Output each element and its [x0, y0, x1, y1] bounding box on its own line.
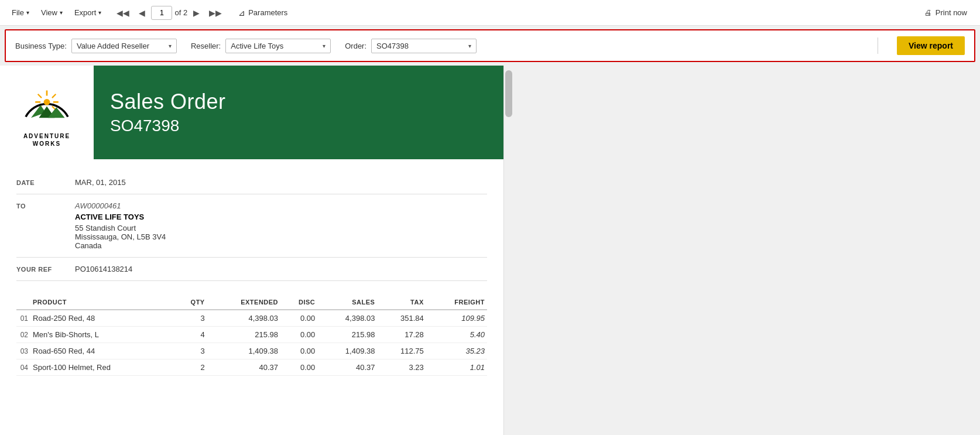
date-section: DATE MAR, 01, 2015: [16, 171, 487, 194]
scroll-thumb[interactable]: [505, 70, 512, 117]
report-header: ADVENTUREWORKS Sales Order SO47398: [0, 66, 503, 159]
business-type-select[interactable]: Value Added Reseller ▾: [71, 39, 177, 53]
business-type-chevron-icon: ▾: [169, 43, 172, 49]
ref-section: YOUR REF PO10614138214: [16, 258, 487, 281]
col-header-freight: FREIGHT: [426, 295, 487, 310]
cell-tax: 3.23: [377, 359, 426, 376]
report-body: DATE MAR, 01, 2015 TO AW00000461 ACTIVE …: [0, 159, 503, 388]
cell-sales: 1,409.38: [317, 343, 377, 359]
content-area: ADVENTUREWORKS Sales Order SO47398 DATE …: [0, 66, 980, 435]
table-row: 01 Road-250 Red, 48 3 4,398.03 0.00 4,39…: [16, 310, 487, 327]
table-header-row: PRODUCT QTY EXTENDED DISC SALES TAX FREI…: [16, 295, 487, 310]
print-icon: 🖨: [924, 8, 932, 17]
reseller-chevron-icon: ▾: [323, 43, 325, 49]
cell-sales: 4,398.03: [317, 310, 377, 327]
file-menu-button[interactable]: File ▾: [7, 6, 34, 19]
report-title: Sales Order: [110, 90, 487, 114]
reseller-value: Active Life Toys: [231, 42, 318, 50]
to-value: AW00000461 ACTIVE LIFE TOYS 55 Standish …: [75, 201, 487, 250]
scrollbar[interactable]: [503, 66, 513, 435]
page-number-input[interactable]: 1: [151, 6, 172, 20]
cell-extended: 1,409.38: [207, 343, 280, 359]
reseller-select[interactable]: Active Life Toys ▾: [225, 39, 331, 53]
order-label: Order:: [345, 42, 366, 50]
cell-product: Sport-100 Helmet, Red: [30, 359, 174, 376]
cell-disc: 0.00: [280, 359, 317, 376]
cell-freight: 5.40: [426, 327, 487, 343]
cell-product: Road-250 Red, 48: [30, 310, 174, 327]
to-label: TO: [16, 201, 75, 250]
header-green-area: Sales Order SO47398: [94, 66, 503, 159]
cell-freight: 109.95: [426, 310, 487, 327]
cell-extended: 215.98: [207, 327, 280, 343]
company-logo: [20, 77, 73, 130]
cell-disc: 0.00: [280, 327, 317, 343]
parameters-bar: Business Type: Value Added Reseller ▾ Re…: [5, 29, 975, 62]
ref-label: YOUR REF: [16, 265, 75, 273]
export-menu-button[interactable]: Export ▾: [70, 6, 107, 19]
report-page: ADVENTUREWORKS Sales Order SO47398 DATE …: [0, 66, 503, 435]
export-label: Export: [74, 8, 97, 17]
to-company: ACTIVE LIFE TOYS: [75, 213, 487, 221]
view-report-button[interactable]: View report: [897, 36, 965, 55]
to-address1: 55 Standish Court: [75, 224, 487, 232]
cell-disc: 0.00: [280, 310, 317, 327]
to-section: TO AW00000461 ACTIVE LIFE TOYS 55 Standi…: [16, 194, 487, 258]
cell-product: Road-650 Red, 44: [30, 343, 174, 359]
order-table: PRODUCT QTY EXTENDED DISC SALES TAX FREI…: [16, 295, 487, 376]
col-header-disc: DISC: [280, 295, 317, 310]
company-name: ADVENTUREWORKS: [23, 132, 70, 148]
col-header-qty: QTY: [174, 295, 207, 310]
table-row: 03 Road-650 Red, 44 3 1,409.38 0.00 1,40…: [16, 343, 487, 359]
cell-qty: 2: [174, 359, 207, 376]
order-group: Order: SO47398 ▾: [345, 39, 477, 53]
cell-tax: 17.28: [377, 327, 426, 343]
logo-area: ADVENTUREWORKS: [0, 66, 94, 159]
svg-line-5: [38, 94, 42, 98]
col-header-tax: TAX: [377, 295, 426, 310]
cell-num: 01: [16, 310, 30, 327]
next-page-button[interactable]: ▶: [190, 7, 203, 19]
to-address2: Mississauga, ON, L5B 3V4: [75, 232, 487, 241]
order-value: SO47398: [376, 42, 464, 50]
ref-value: PO10614138214: [75, 265, 487, 273]
file-chevron-icon: ▾: [26, 9, 29, 16]
cell-qty: 3: [174, 310, 207, 327]
business-type-group: Business Type: Value Added Reseller ▾: [15, 39, 177, 53]
view-menu-button[interactable]: View ▾: [36, 6, 67, 19]
order-chevron-icon: ▾: [468, 43, 471, 49]
cell-num: 03: [16, 343, 30, 359]
last-page-button[interactable]: ▶▶: [205, 7, 225, 19]
cell-sales: 215.98: [317, 327, 377, 343]
cell-extended: 4,398.03: [207, 310, 280, 327]
date-value: MAR, 01, 2015: [75, 178, 487, 187]
cell-freight: 1.01: [426, 359, 487, 376]
cell-num: 04: [16, 359, 30, 376]
business-type-label: Business Type:: [15, 42, 67, 50]
table-row: 04 Sport-100 Helmet, Red 2 40.37 0.00 40…: [16, 359, 487, 376]
page-navigation: ◀◀ ◀ 1 of 2 ▶ ▶▶: [113, 6, 225, 20]
cell-sales: 40.37: [317, 359, 377, 376]
to-account: AW00000461: [75, 201, 487, 210]
print-button[interactable]: 🖨 Print now: [919, 6, 973, 19]
report-order-number: SO47398: [110, 117, 487, 135]
toolbar: File ▾ View ▾ Export ▾ ◀◀ ◀ 1 of 2 ▶ ▶▶ …: [0, 0, 980, 26]
cell-extended: 40.37: [207, 359, 280, 376]
reseller-label: Reseller:: [191, 42, 221, 50]
view-label: View: [41, 8, 57, 17]
date-label: DATE: [16, 178, 75, 187]
order-table-body: 01 Road-250 Red, 48 3 4,398.03 0.00 4,39…: [16, 310, 487, 376]
first-page-button[interactable]: ◀◀: [113, 7, 133, 19]
cell-num: 02: [16, 327, 30, 343]
col-header-num: [16, 295, 30, 310]
prev-page-button[interactable]: ◀: [135, 7, 149, 19]
params-divider: [878, 37, 878, 54]
cell-tax: 351.84: [377, 310, 426, 327]
reseller-group: Reseller: Active Life Toys ▾: [191, 39, 331, 53]
svg-point-0: [44, 99, 50, 105]
parameters-button[interactable]: ⊿ Parameters: [232, 6, 293, 20]
order-select[interactable]: SO47398 ▾: [371, 39, 477, 53]
parameters-label: Parameters: [248, 8, 287, 17]
view-chevron-icon: ▾: [60, 9, 63, 16]
business-type-value: Value Added Reseller: [77, 42, 164, 50]
